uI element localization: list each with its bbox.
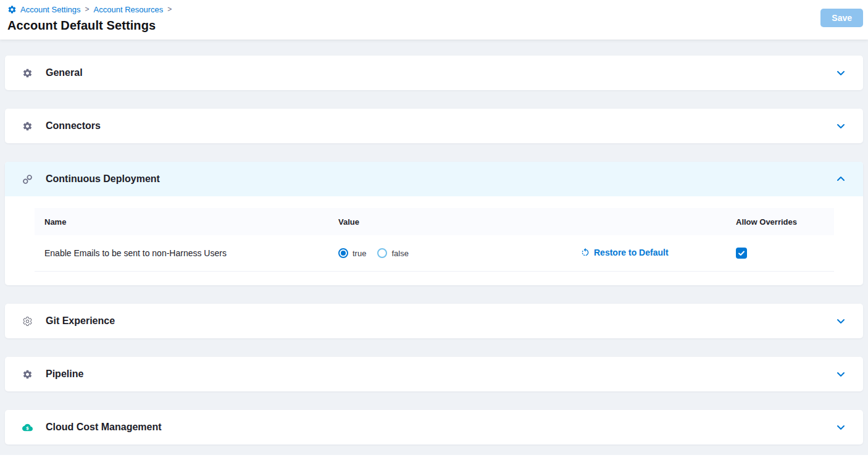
section-git-experience: Git Experience xyxy=(5,304,863,338)
section-header-connectors[interactable]: Connectors xyxy=(5,109,863,143)
section-title: Connectors xyxy=(46,120,101,131)
radio-option-false[interactable]: false xyxy=(377,248,408,258)
chevron-down-icon[interactable] xyxy=(836,369,846,379)
section-title: Pipeline xyxy=(46,369,83,380)
section-general: General xyxy=(5,56,863,90)
section-title: General xyxy=(46,67,83,78)
section-header-cloud-cost-management[interactable]: $ Cloud Cost Management xyxy=(5,410,863,444)
breadcrumb-account-settings[interactable]: Account Settings xyxy=(20,5,81,14)
section-header-pipeline[interactable]: Pipeline xyxy=(5,357,863,391)
radio-label: false xyxy=(391,249,408,258)
gear-icon xyxy=(22,121,33,131)
restore-to-default-link[interactable]: Restore to Default xyxy=(580,248,669,257)
chevron-down-icon[interactable] xyxy=(836,316,846,326)
column-header-allow-overrides: Allow Overrides xyxy=(736,217,822,227)
section-header-git-experience[interactable]: Git Experience xyxy=(5,304,863,338)
section-title: Continuous Deployment xyxy=(46,173,160,185)
section-cloud-cost-management: $ Cloud Cost Management xyxy=(5,410,863,444)
section-title: Cloud Cost Management xyxy=(46,422,162,433)
page-header: Account Settings > Account Resources > A… xyxy=(0,0,868,40)
breadcrumb-account-resources[interactable]: Account Resources xyxy=(94,5,164,14)
chevron-down-icon[interactable] xyxy=(836,422,846,432)
radio-selected-icon[interactable] xyxy=(338,248,348,258)
gear-icon xyxy=(22,68,33,78)
restore-icon xyxy=(580,248,590,257)
chevron-up-icon[interactable] xyxy=(836,174,846,184)
restore-label: Restore to Default xyxy=(594,248,669,257)
column-header-value: Value xyxy=(338,217,580,227)
allow-overrides-checkbox[interactable] xyxy=(736,248,747,259)
save-button[interactable]: Save xyxy=(820,9,863,27)
setting-name: Enable Emails to be sent to non-Harness … xyxy=(44,248,338,258)
chevron-down-icon[interactable] xyxy=(836,68,846,78)
link-icon xyxy=(22,174,33,185)
table-header-row: Name Value Allow Overrides xyxy=(35,208,834,235)
breadcrumb-separator: > xyxy=(167,5,172,14)
section-title: Git Experience xyxy=(46,315,115,327)
gear-outline-icon xyxy=(22,316,33,327)
section-pipeline: Pipeline xyxy=(5,357,863,391)
section-header-general[interactable]: General xyxy=(5,56,863,90)
settings-gear-icon xyxy=(7,5,17,14)
gear-icon xyxy=(22,369,33,380)
section-continuous-deployment: Continuous Deployment Name Value Allow O… xyxy=(5,162,863,285)
radio-unselected-icon[interactable] xyxy=(377,248,387,258)
section-connectors: Connectors xyxy=(5,109,863,143)
setting-value-radio-group: true false xyxy=(338,248,580,258)
page-title: Account Default Settings xyxy=(7,19,858,33)
table-row: Enable Emails to be sent to non-Harness … xyxy=(35,235,834,272)
cd-settings-table: Name Value Allow Overrides Enable Emails… xyxy=(5,196,863,285)
section-header-continuous-deployment[interactable]: Continuous Deployment xyxy=(5,162,863,196)
svg-text:$: $ xyxy=(26,425,29,430)
radio-label: true xyxy=(353,249,366,258)
breadcrumb: Account Settings > Account Resources > xyxy=(7,4,858,15)
bottom-strip xyxy=(0,455,868,463)
radio-option-true[interactable]: true xyxy=(338,248,366,258)
breadcrumb-separator: > xyxy=(85,5,90,14)
column-header-name: Name xyxy=(44,217,338,227)
chevron-down-icon[interactable] xyxy=(836,121,846,131)
cloud-dollar-icon: $ xyxy=(22,422,33,433)
settings-panel: General Connectors Continuous Deployment xyxy=(0,40,868,455)
